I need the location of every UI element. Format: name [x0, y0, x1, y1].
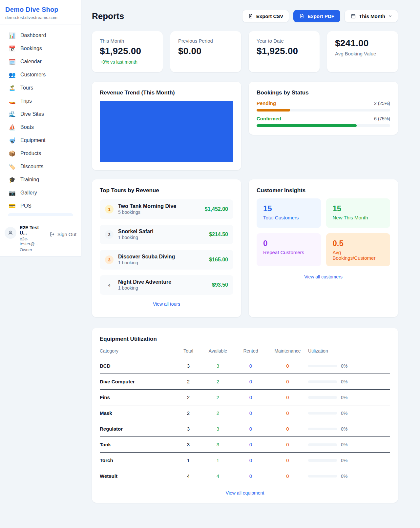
cell-available: 2 [201, 395, 234, 400]
sidebar-item-label: Products [20, 151, 41, 156]
utilization-percent: 0% [341, 474, 347, 479]
sidebar-item-dashboard[interactable]: 📊Dashboard [4, 30, 77, 41]
cell-maintenance: 0 [267, 363, 308, 369]
table-row: BCD 3 3 0 0 0% [100, 358, 390, 374]
sidebar-item-customers[interactable]: 👥Customers [4, 69, 77, 81]
sidebar-item-trips[interactable]: 🚤Trips [4, 95, 77, 107]
table-row: Dive Computer 2 2 0 0 0% [100, 374, 390, 390]
tour-name: Snorkel Safari [118, 229, 154, 234]
revenue-trend-card: Revenue Trend (This Month) [92, 82, 241, 170]
cell-maintenance: 0 [267, 442, 308, 447]
utilization-percent: 0% [341, 426, 347, 432]
tour-revenue: $1,452.00 [205, 206, 228, 212]
cell-rented: 0 [234, 379, 267, 384]
sidebar-item-label: Calendar [20, 59, 42, 65]
cell-total: 2 [175, 379, 201, 384]
sidebar-item-bookings[interactable]: 📅Bookings [4, 43, 77, 54]
sidebar-item-gallery[interactable]: 📷Gallery [4, 187, 77, 199]
stat-value: $0.00 [178, 46, 233, 56]
tile-value: 0 [263, 239, 314, 248]
tile-label: Repeat Customers [263, 250, 314, 255]
cell-rented: 0 [234, 410, 267, 416]
header-actions: Export CSV Export PDF This Month [242, 10, 398, 22]
island-icon: 🏝️ [9, 85, 16, 91]
cell-rented: 0 [234, 395, 267, 400]
utilization-percent: 0% [341, 379, 347, 384]
sidebar-item-dive-sites[interactable]: 🌊Dive Sites [4, 108, 77, 120]
sidebar-item-reports-partial[interactable] [8, 213, 73, 216]
tour-bookings: 5 bookings [118, 210, 140, 215]
tour-bookings: 1 booking [118, 235, 138, 240]
user-info: E2E Test U... e2e-tester@... Owner [20, 225, 46, 252]
sidebar-item-pos[interactable]: 💳POS [4, 200, 77, 212]
cell-maintenance: 0 [267, 473, 308, 479]
sign-out-button[interactable]: Sign Out [50, 232, 76, 237]
tour-row[interactable]: 3 Discover Scuba Diving1 booking $165.00 [100, 250, 233, 270]
sidebar-item-tours[interactable]: 🏝️Tours [4, 82, 77, 94]
view-all-customers-link[interactable]: View all customers [257, 274, 390, 279]
bookings-by-status-card: Bookings by Status Pending 2 (25%) Confi… [249, 82, 398, 135]
tour-row[interactable]: 1 Two Tank Morning Dive5 bookings $1,452… [100, 199, 233, 219]
tag-icon: 🏷️ [9, 164, 16, 170]
cell-utilization: 0% [308, 395, 390, 400]
col-utilization: Utilization [308, 348, 390, 354]
sidebar-item-equipment[interactable]: 🤿Equipment [4, 134, 77, 146]
export-csv-label: Export CSV [256, 13, 284, 19]
utilization-percent: 0% [341, 363, 347, 369]
user-panel: E2E Test U... e2e-tester@... Owner Sign … [0, 221, 81, 256]
tour-row[interactable]: 4 Night Dive Adventure1 booking $93.50 [100, 275, 233, 295]
sidebar-item-label: Training [20, 177, 39, 183]
table-row: Regulator 3 3 0 0 0% [100, 421, 390, 437]
view-all-equipment-link[interactable]: View all equipment [100, 490, 390, 496]
cell-maintenance: 0 [267, 457, 308, 463]
sidebar-item-label: Boats [20, 124, 34, 130]
sidebar-item-products[interactable]: 📦Products [4, 148, 77, 159]
credit-card-icon: 💳 [9, 203, 16, 209]
table-row: Fins 2 2 0 0 0% [100, 390, 390, 405]
tour-name: Night Dive Adventure [118, 279, 171, 285]
sidebar-item-label: Trips [20, 98, 32, 104]
cell-category: BCD [100, 363, 175, 369]
cell-category: Tank [100, 442, 175, 447]
cell-utilization: 0% [308, 474, 390, 479]
tour-name: Discover Scuba Diving [118, 254, 175, 259]
main-content: Reports Export CSV Export PDF This Month [81, 0, 420, 516]
period-select[interactable]: This Month [345, 10, 398, 22]
table-row: Tank 3 3 0 0 0% [100, 437, 390, 453]
sidebar-item-discounts[interactable]: 🏷️Discounts [4, 161, 77, 173]
camera-icon: 📷 [9, 190, 16, 196]
equipment-table: Category Total Available Rented Maintena… [100, 348, 390, 484]
avatar [5, 227, 16, 239]
cell-rented: 0 [234, 457, 267, 463]
export-pdf-button[interactable]: Export PDF [293, 10, 340, 22]
export-csv-button[interactable]: Export CSV [242, 10, 289, 22]
brand-title[interactable]: Demo Dive Shop [5, 6, 76, 13]
export-pdf-label: Export PDF [307, 13, 334, 19]
equipment-table-body: BCD 3 3 0 0 0% Dive Computer 2 2 0 0 0% … [100, 358, 390, 484]
table-row: Wetsuit 4 4 0 0 0% [100, 468, 390, 484]
tour-name: Two Tank Morning Dive [118, 203, 176, 209]
logout-icon [50, 232, 55, 237]
col-total: Total [175, 348, 201, 354]
sidebar-item-boats[interactable]: ⛵Boats [4, 121, 77, 133]
top-tours-card: Top Tours by Revenue 1 Two Tank Morning … [92, 179, 241, 317]
cell-category: Mask [100, 410, 175, 416]
view-all-tours-link[interactable]: View all tours [100, 301, 233, 307]
diving-mask-icon: 🤿 [9, 138, 16, 143]
sidebar-item-label: Dive Sites [20, 111, 44, 117]
mid-row: Top Tours by Revenue 1 Two Tank Morning … [92, 179, 398, 317]
col-rented: Rented [234, 348, 267, 354]
stat-delta: +0% vs last month [100, 59, 155, 65]
cell-utilization: 0% [308, 426, 390, 432]
sidebar-item-calendar[interactable]: 🗓️Calendar [4, 56, 77, 68]
utilization-percent: 0% [341, 411, 347, 416]
utilization-bar-track [308, 428, 337, 430]
utilization-bar-track [308, 365, 337, 367]
sidebar-item-training[interactable]: 🎓Training [4, 174, 77, 186]
chevron-down-icon [388, 14, 392, 18]
speedboat-icon: 🚤 [9, 98, 16, 104]
sidebar-item-label: Customers [20, 72, 46, 78]
cell-category: Wetsuit [100, 473, 175, 479]
rank-badge: 1 [105, 205, 114, 213]
tour-row[interactable]: 2 Snorkel Safari1 booking $214.50 [100, 225, 233, 244]
